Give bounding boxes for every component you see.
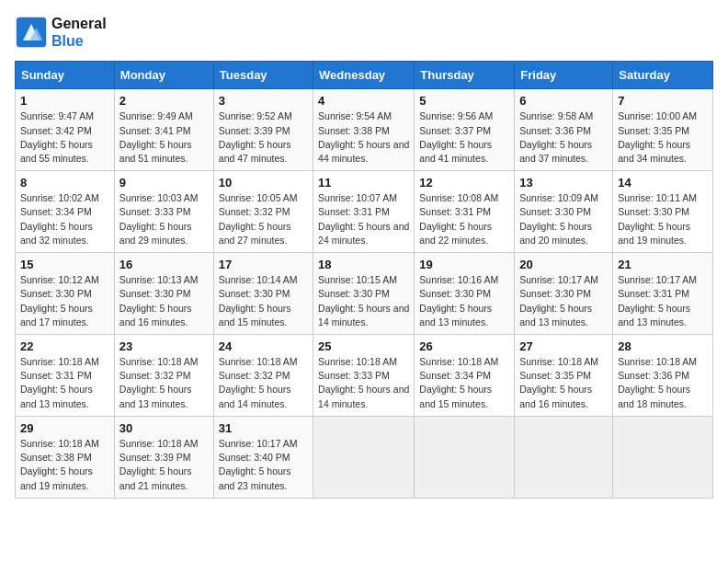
- day-of-week-header: Saturday: [613, 62, 713, 89]
- calendar-day-cell: 11Sunrise: 10:07 AMSunset: 3:31 PMDaylig…: [313, 171, 415, 253]
- day-number: 15: [20, 258, 109, 271]
- day-number: 24: [219, 339, 308, 353]
- day-number: 19: [419, 258, 509, 271]
- day-number: 9: [119, 176, 209, 190]
- day-info: Sunrise: 10:18 AMSunset: 3:32 PMDaylight…: [119, 355, 209, 411]
- day-of-week-header: Thursday: [415, 62, 515, 89]
- calendar-day-cell: 7Sunrise: 10:00 AMSunset: 3:35 PMDayligh…: [613, 89, 713, 171]
- day-info: Sunrise: 10:03 AMSunset: 3:33 PMDaylight…: [119, 191, 209, 247]
- day-info: Sunrise: 10:02 AMSunset: 3:34 PMDaylight…: [20, 191, 109, 247]
- calendar-day-cell: 24Sunrise: 10:18 AMSunset: 3:32 PMDaylig…: [213, 335, 313, 417]
- day-info: Sunrise: 10:18 AMSunset: 3:36 PMDaylight…: [618, 355, 708, 411]
- calendar-week-row: 29Sunrise: 10:18 AMSunset: 3:38 PMDaylig…: [16, 416, 713, 498]
- day-number: 5: [419, 94, 509, 108]
- day-number: 29: [20, 421, 109, 435]
- calendar-day-cell: 1Sunrise: 9:47 AMSunset: 3:42 PMDaylight…: [16, 89, 115, 171]
- day-of-week-header: Tuesday: [213, 62, 313, 89]
- day-number: 28: [618, 339, 708, 353]
- calendar-day-cell: 18Sunrise: 10:15 AMSunset: 3:30 PMDaylig…: [313, 253, 415, 335]
- day-info: Sunrise: 10:14 AMSunset: 3:30 PMDaylight…: [219, 273, 308, 329]
- calendar-day-cell: 5Sunrise: 9:56 AMSunset: 3:37 PMDaylight…: [415, 89, 515, 171]
- day-info: Sunrise: 10:18 AMSunset: 3:34 PMDaylight…: [419, 355, 509, 411]
- day-number: 3: [219, 94, 308, 108]
- day-number: 8: [20, 176, 109, 190]
- day-info: Sunrise: 10:12 AMSunset: 3:30 PMDaylight…: [20, 273, 109, 329]
- calendar-day-cell: 31Sunrise: 10:17 AMSunset: 3:40 PMDaylig…: [213, 416, 313, 498]
- calendar-day-cell: 20Sunrise: 10:17 AMSunset: 3:30 PMDaylig…: [515, 253, 613, 335]
- calendar-day-cell: [515, 416, 613, 498]
- calendar-week-row: 22Sunrise: 10:18 AMSunset: 3:31 PMDaylig…: [16, 335, 713, 417]
- calendar-day-cell: 22Sunrise: 10:18 AMSunset: 3:31 PMDaylig…: [16, 335, 115, 417]
- calendar-day-cell: 2Sunrise: 9:49 AMSunset: 3:41 PMDaylight…: [114, 89, 213, 171]
- calendar-day-cell: 6Sunrise: 9:58 AMSunset: 3:36 PMDaylight…: [515, 89, 613, 171]
- calendar-day-cell: 9Sunrise: 10:03 AMSunset: 3:33 PMDayligh…: [114, 171, 213, 253]
- calendar-day-cell: 25Sunrise: 10:18 AMSunset: 3:33 PMDaylig…: [313, 335, 415, 417]
- calendar-day-cell: [313, 416, 415, 498]
- calendar-day-cell: 28Sunrise: 10:18 AMSunset: 3:36 PMDaylig…: [613, 335, 713, 417]
- calendar-day-cell: 26Sunrise: 10:18 AMSunset: 3:34 PMDaylig…: [415, 335, 515, 417]
- calendar-day-cell: 15Sunrise: 10:12 AMSunset: 3:30 PMDaylig…: [16, 253, 115, 335]
- calendar-week-row: 1Sunrise: 9:47 AMSunset: 3:42 PMDaylight…: [16, 89, 713, 171]
- logo-text: General Blue: [51, 15, 107, 50]
- calendar-day-cell: 29Sunrise: 10:18 AMSunset: 3:38 PMDaylig…: [16, 416, 115, 498]
- day-number: 6: [519, 94, 608, 108]
- calendar-day-cell: 16Sunrise: 10:13 AMSunset: 3:30 PMDaylig…: [114, 253, 213, 335]
- calendar-day-cell: 30Sunrise: 10:18 AMSunset: 3:39 PMDaylig…: [114, 416, 213, 498]
- day-number: 20: [519, 258, 608, 271]
- day-info: Sunrise: 10:08 AMSunset: 3:31 PMDaylight…: [419, 191, 509, 247]
- page-header: General Blue: [15, 15, 713, 50]
- day-info: Sunrise: 10:18 AMSunset: 3:31 PMDaylight…: [20, 355, 109, 411]
- day-info: Sunrise: 9:54 AMSunset: 3:38 PMDaylight:…: [318, 109, 409, 166]
- day-of-week-header: Wednesday: [313, 62, 415, 89]
- day-number: 21: [618, 258, 708, 271]
- day-number: 10: [219, 176, 308, 190]
- day-info: Sunrise: 9:52 AMSunset: 3:39 PMDaylight:…: [219, 109, 308, 166]
- day-of-week-header: Monday: [114, 62, 213, 89]
- day-info: Sunrise: 9:56 AMSunset: 3:37 PMDaylight:…: [419, 109, 509, 166]
- day-info: Sunrise: 10:18 AMSunset: 3:35 PMDaylight…: [519, 355, 608, 411]
- day-info: Sunrise: 10:18 AMSunset: 3:39 PMDaylight…: [119, 437, 209, 493]
- logo: General Blue: [15, 15, 107, 50]
- day-number: 7: [618, 94, 708, 108]
- day-number: 23: [119, 339, 209, 353]
- day-number: 27: [519, 339, 608, 353]
- day-number: 25: [318, 339, 409, 353]
- logo-icon: [15, 16, 48, 49]
- day-number: 16: [119, 258, 209, 271]
- day-info: Sunrise: 9:49 AMSunset: 3:41 PMDaylight:…: [119, 109, 209, 166]
- day-number: 4: [318, 94, 409, 108]
- calendar-day-cell: 19Sunrise: 10:16 AMSunset: 3:30 PMDaylig…: [415, 253, 515, 335]
- day-info: Sunrise: 10:00 AMSunset: 3:35 PMDaylight…: [618, 109, 708, 166]
- day-number: 26: [419, 339, 509, 353]
- day-number: 22: [20, 339, 109, 353]
- day-info: Sunrise: 9:58 AMSunset: 3:36 PMDaylight:…: [519, 109, 608, 166]
- day-number: 14: [618, 176, 708, 190]
- day-of-week-header: Friday: [515, 62, 613, 89]
- calendar-day-cell: 21Sunrise: 10:17 AMSunset: 3:31 PMDaylig…: [613, 253, 713, 335]
- day-info: Sunrise: 10:17 AMSunset: 3:30 PMDaylight…: [519, 273, 608, 329]
- calendar-day-cell: 12Sunrise: 10:08 AMSunset: 3:31 PMDaylig…: [415, 171, 515, 253]
- calendar-body: 1Sunrise: 9:47 AMSunset: 3:42 PMDaylight…: [16, 89, 713, 498]
- calendar-day-cell: 8Sunrise: 10:02 AMSunset: 3:34 PMDayligh…: [16, 171, 115, 253]
- calendar-day-cell: 3Sunrise: 9:52 AMSunset: 3:39 PMDaylight…: [213, 89, 313, 171]
- day-info: Sunrise: 10:11 AMSunset: 3:30 PMDaylight…: [618, 191, 708, 247]
- day-info: Sunrise: 10:18 AMSunset: 3:33 PMDaylight…: [318, 355, 409, 411]
- day-number: 11: [318, 176, 409, 190]
- calendar-week-row: 15Sunrise: 10:12 AMSunset: 3:30 PMDaylig…: [16, 253, 713, 335]
- calendar-day-cell: 14Sunrise: 10:11 AMSunset: 3:30 PMDaylig…: [613, 171, 713, 253]
- calendar-day-cell: 23Sunrise: 10:18 AMSunset: 3:32 PMDaylig…: [114, 335, 213, 417]
- day-info: Sunrise: 10:18 AMSunset: 3:32 PMDaylight…: [219, 355, 308, 411]
- calendar-day-cell: 17Sunrise: 10:14 AMSunset: 3:30 PMDaylig…: [213, 253, 313, 335]
- calendar-day-cell: [613, 416, 713, 498]
- day-info: Sunrise: 10:17 AMSunset: 3:40 PMDaylight…: [219, 437, 308, 493]
- day-info: Sunrise: 10:17 AMSunset: 3:31 PMDaylight…: [618, 273, 708, 329]
- calendar-header: SundayMondayTuesdayWednesdayThursdayFrid…: [16, 62, 713, 89]
- day-number: 31: [219, 421, 308, 435]
- calendar-day-cell: 27Sunrise: 10:18 AMSunset: 3:35 PMDaylig…: [515, 335, 613, 417]
- day-info: Sunrise: 10:18 AMSunset: 3:38 PMDaylight…: [20, 437, 109, 493]
- day-of-week-header: Sunday: [16, 62, 115, 89]
- day-number: 13: [519, 176, 608, 190]
- day-number: 12: [419, 176, 509, 190]
- day-info: Sunrise: 10:13 AMSunset: 3:30 PMDaylight…: [119, 273, 209, 329]
- day-info: Sunrise: 10:16 AMSunset: 3:30 PMDaylight…: [419, 273, 509, 329]
